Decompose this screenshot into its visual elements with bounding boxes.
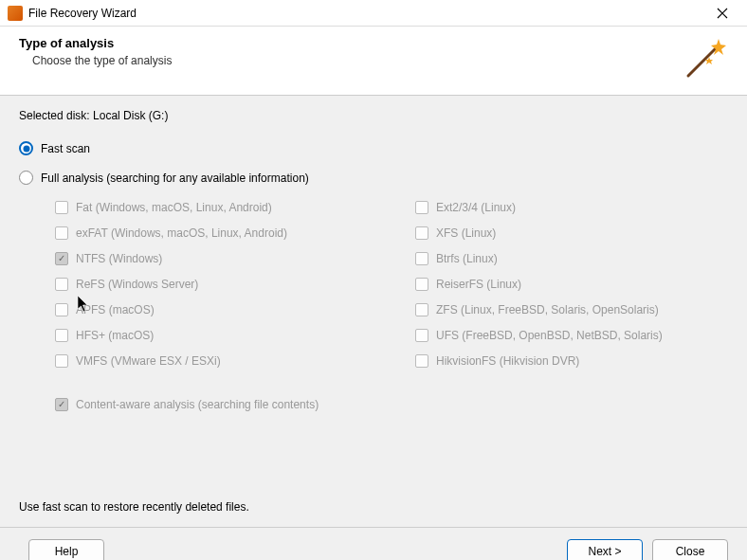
radio-dot-icon [19, 141, 33, 155]
checkbox-icon [55, 278, 68, 291]
checkbox-icon [415, 226, 428, 240]
fs-label: NTFS (Windows) [76, 252, 162, 265]
filesystem-options: Fat (Windows, macOS, Linux, Android) exF… [55, 194, 728, 373]
checkbox-icon [415, 252, 428, 265]
fs-checkbox-xfs[interactable]: XFS (Linux) [415, 220, 728, 245]
fs-checkbox-reiserfs[interactable]: ReiserFS (Linux) [415, 271, 728, 297]
checkbox-icon [55, 201, 68, 214]
fs-label: APFS (macOS) [76, 303, 155, 316]
fs-checkbox-zfs[interactable]: ZFS (Linux, FreeBSD, Solaris, OpenSolari… [415, 297, 728, 322]
fs-label: ReFS (Windows Server) [76, 278, 198, 291]
filesystem-column-right: Ext2/3/4 (Linux) XFS (Linux) Btrfs (Linu… [415, 194, 728, 373]
fs-checkbox-btrfs[interactable]: Btrfs (Linux) [415, 245, 728, 271]
fs-checkbox-fat[interactable]: Fat (Windows, macOS, Linux, Android) [55, 194, 415, 220]
radio-full-analysis[interactable]: Full analysis (searching for any availab… [19, 171, 728, 185]
close-footer-button[interactable]: Close [652, 539, 728, 561]
fs-label: ZFS (Linux, FreeBSD, Solaris, OpenSolari… [436, 303, 659, 316]
close-button[interactable] [701, 0, 743, 27]
hint-text: Use fast scan to restore recently delete… [19, 500, 249, 514]
fs-label: XFS (Linux) [436, 226, 496, 240]
checkbox-icon [55, 354, 68, 368]
fs-checkbox-hikvisionfs[interactable]: HikvisionFS (Hikvision DVR) [415, 348, 728, 373]
wizard-wand-icon [681, 36, 728, 83]
checkbox-icon [55, 252, 68, 265]
fs-label: VMFS (VMware ESX / ESXi) [76, 354, 221, 368]
radio-fast-scan-label: Fast scan [41, 142, 90, 155]
checkbox-icon [415, 329, 428, 342]
fs-checkbox-hfsplus[interactable]: HFS+ (macOS) [55, 322, 415, 348]
checkbox-icon [415, 303, 428, 316]
wizard-body: Selected disk: Local Disk (G:) Fast scan… [0, 96, 747, 527]
checkbox-icon [55, 329, 68, 342]
radio-full-analysis-label: Full analysis (searching for any availab… [41, 172, 309, 185]
next-button[interactable]: Next > [567, 539, 643, 561]
fs-label: HikvisionFS (Hikvision DVR) [436, 354, 579, 368]
fs-checkbox-exfat[interactable]: exFAT (Windows, macOS, Linux, Android) [55, 220, 415, 245]
page-heading: Type of analysis [19, 36, 681, 50]
header-text: Type of analysis Choose the type of anal… [19, 36, 681, 83]
fs-label: UFS (FreeBSD, OpenBSD, NetBSD, Solaris) [436, 329, 663, 342]
checkbox-icon [55, 398, 68, 411]
close-icon [717, 8, 728, 19]
fs-checkbox-vmfs[interactable]: VMFS (VMware ESX / ESXi) [55, 348, 415, 373]
fs-checkbox-apfs[interactable]: APFS (macOS) [55, 297, 415, 322]
content-aware-label: Content-aware analysis (searching file c… [76, 398, 319, 411]
wizard-footer: Help Next > Close [0, 527, 747, 560]
checkbox-icon [55, 226, 68, 240]
fs-label: Btrfs (Linux) [436, 252, 498, 265]
title-bar: File Recovery Wizard [0, 0, 747, 27]
checkbox-icon [415, 354, 428, 368]
radio-fast-scan[interactable]: Fast scan [19, 141, 728, 155]
checkbox-icon [55, 303, 68, 316]
fs-checkbox-ufs[interactable]: UFS (FreeBSD, OpenBSD, NetBSD, Solaris) [415, 322, 728, 348]
fs-label: HFS+ (macOS) [76, 329, 154, 342]
fs-label: Fat (Windows, macOS, Linux, Android) [76, 201, 272, 214]
filesystem-column-left: Fat (Windows, macOS, Linux, Android) exF… [55, 194, 415, 373]
fs-checkbox-refs[interactable]: ReFS (Windows Server) [55, 271, 415, 297]
help-button[interactable]: Help [28, 539, 104, 561]
fs-label: ReiserFS (Linux) [436, 278, 521, 291]
window-title: File Recovery Wizard [28, 7, 701, 20]
fs-checkbox-ntfs[interactable]: NTFS (Windows) [55, 245, 415, 271]
checkbox-icon [415, 201, 428, 214]
wizard-header: Type of analysis Choose the type of anal… [0, 27, 747, 96]
radio-dot-icon [19, 171, 33, 185]
page-subheading: Choose the type of analysis [32, 54, 681, 67]
content-aware-checkbox[interactable]: Content-aware analysis (searching file c… [55, 398, 728, 411]
fs-label: exFAT (Windows, macOS, Linux, Android) [76, 226, 287, 240]
app-icon [8, 6, 23, 21]
checkbox-icon [415, 278, 428, 291]
selected-disk-label: Selected disk: Local Disk (G:) [19, 109, 728, 122]
fs-checkbox-ext[interactable]: Ext2/3/4 (Linux) [415, 194, 728, 220]
fs-label: Ext2/3/4 (Linux) [436, 201, 516, 214]
